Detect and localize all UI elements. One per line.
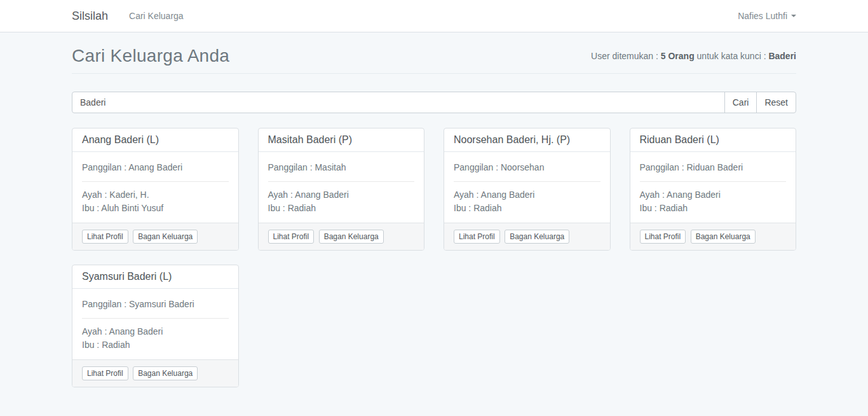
page-title: Cari Keluarga Anda — [72, 46, 229, 66]
person-card-body: Panggilan : Noorsehan Ayah : Anang Bader… — [444, 152, 610, 223]
person-card: Noorsehan Baderi, Hj. (P) Panggilan : No… — [444, 128, 611, 251]
person-card-title: Anang Baderi (L) — [72, 128, 238, 152]
person-mother: Ibu : Radiah — [640, 202, 787, 215]
person-card-body: Panggilan : Anang Baderi Ayah : Kaderi, … — [72, 152, 238, 223]
lihat-profil-button[interactable]: Lihat Profil — [82, 366, 128, 380]
divider — [454, 181, 600, 182]
person-father: Ayah : Anang Baderi — [268, 188, 415, 202]
person-card-title: Riduan Baderi (L) — [630, 128, 796, 152]
person-card-title: Noorsehan Baderi, Hj. (P) — [444, 128, 610, 152]
bagan-keluarga-button[interactable]: Bagan Keluarga — [319, 230, 384, 244]
result-summary-middle: untuk kata kunci : — [695, 51, 769, 61]
person-mother: Ibu : Aluh Binti Yusuf — [82, 202, 229, 215]
person-card-footer: Lihat Profil Bagan Keluarga — [72, 359, 238, 387]
caret-down-icon — [791, 15, 796, 17]
person-mother: Ibu : Radiah — [268, 202, 415, 215]
bagan-keluarga-button[interactable]: Bagan Keluarga — [133, 230, 198, 244]
person-nickname: Panggilan : Syamsuri Baderi — [82, 298, 229, 311]
search-input[interactable] — [72, 92, 725, 113]
bagan-keluarga-button[interactable]: Bagan Keluarga — [505, 230, 569, 244]
person-card: Masitah Baderi (P) Panggilan : Masitah A… — [258, 128, 425, 251]
result-count: 5 Orang — [661, 51, 695, 61]
person-card-footer: Lihat Profil Bagan Keluarga — [444, 223, 610, 250]
person-father: Ayah : Anang Baderi — [640, 188, 787, 202]
person-card: Riduan Baderi (L) Panggilan : Riduan Bad… — [630, 128, 797, 251]
person-card-body: Panggilan : Syamsuri Baderi Ayah : Anang… — [72, 289, 238, 359]
person-card-footer: Lihat Profil Bagan Keluarga — [259, 223, 424, 250]
person-card: Anang Baderi (L) Panggilan : Anang Bader… — [72, 128, 239, 251]
result-keyword: Baderi — [768, 51, 796, 61]
person-nickname: Panggilan : Riduan Baderi — [640, 161, 787, 174]
page-header: Cari Keluarga Anda User ditemukan : 5 Or… — [72, 46, 796, 74]
person-nickname: Panggilan : Masitah — [268, 161, 415, 174]
person-mother: Ibu : Radiah — [82, 338, 229, 352]
person-father: Ayah : Anang Baderi — [454, 188, 600, 202]
person-card: Syamsuri Baderi (L) Panggilan : Syamsuri… — [72, 265, 239, 387]
person-card-title: Syamsuri Baderi (L) — [72, 265, 238, 289]
nav-item-cari-keluarga[interactable]: Cari Keluarga — [129, 11, 184, 21]
person-card-title: Masitah Baderi (P) — [259, 128, 424, 152]
person-card-body: Panggilan : Riduan Baderi Ayah : Anang B… — [630, 152, 796, 223]
main-content: Cari Keluarga Anda User ditemukan : 5 Or… — [62, 46, 806, 387]
result-summary-prefix: User ditemukan : — [591, 51, 661, 61]
person-card-footer: Lihat Profil Bagan Keluarga — [72, 223, 238, 250]
lihat-profil-button[interactable]: Lihat Profil — [268, 230, 315, 244]
divider — [640, 181, 787, 182]
lihat-profil-button[interactable]: Lihat Profil — [454, 230, 500, 244]
bagan-keluarga-button[interactable]: Bagan Keluarga — [691, 230, 756, 244]
lihat-profil-button[interactable]: Lihat Profil — [640, 230, 686, 244]
divider — [82, 318, 229, 319]
person-father: Ayah : Kaderi, H. — [82, 188, 229, 202]
person-mother: Ibu : Radiah — [454, 202, 600, 215]
reset-button[interactable]: Reset — [756, 92, 796, 113]
results-grid: Anang Baderi (L) Panggilan : Anang Bader… — [72, 128, 796, 387]
cari-button[interactable]: Cari — [724, 92, 757, 113]
result-summary: User ditemukan : 5 Orang untuk kata kunc… — [591, 51, 796, 61]
divider — [268, 181, 415, 182]
person-father: Ayah : Anang Baderi — [82, 325, 229, 338]
navbar: Silsilah Cari Keluarga Nafies Luthfi — [0, 0, 868, 32]
person-card-body: Panggilan : Masitah Ayah : Anang Baderi … — [259, 152, 424, 223]
person-card-footer: Lihat Profil Bagan Keluarga — [630, 223, 796, 250]
user-menu-label: Nafies Luthfi — [738, 11, 787, 21]
lihat-profil-button[interactable]: Lihat Profil — [82, 230, 128, 244]
divider — [82, 181, 229, 182]
bagan-keluarga-button[interactable]: Bagan Keluarga — [133, 366, 198, 380]
person-nickname: Panggilan : Noorsehan — [454, 161, 600, 174]
brand-link[interactable]: Silsilah — [72, 10, 108, 23]
user-menu-dropdown[interactable]: Nafies Luthfi — [738, 11, 796, 21]
search-bar: Cari Reset — [72, 92, 796, 113]
person-nickname: Panggilan : Anang Baderi — [82, 161, 229, 174]
